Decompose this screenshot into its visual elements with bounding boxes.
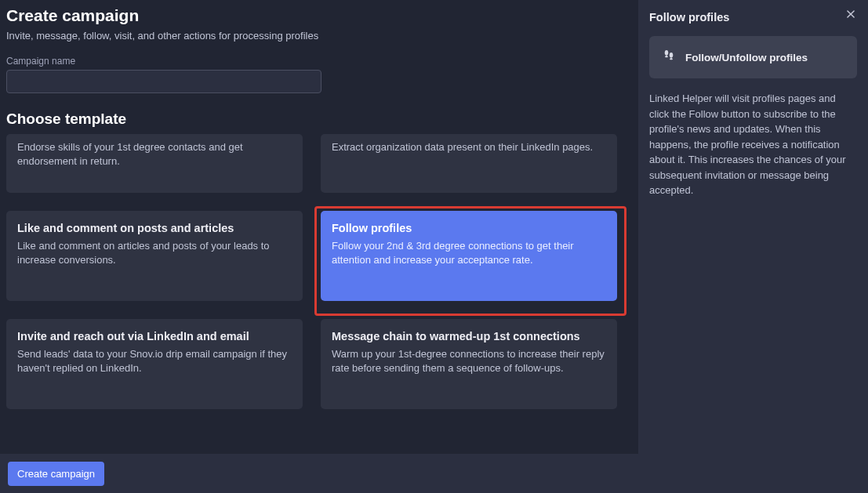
template-card-desc: Warm up your 1st-degree connections to i… [332,347,606,375]
template-card-message-chain[interactable]: Message chain to warmed-up 1st connectio… [321,319,617,409]
svg-point-2 [665,50,669,56]
sidebar-action-label: Follow/Unfollow profiles [685,52,808,63]
close-icon[interactable] [843,6,859,22]
details-sidebar: Follow profiles Follow/Unfollow profiles… [638,0,868,493]
svg-point-5 [670,58,672,60]
sidebar-title: Follow profiles [649,11,857,24]
template-card-extract-org[interactable]: Extract organization data present on the… [321,134,617,193]
template-card-desc: Endorse skills of your 1st degree contac… [17,140,292,169]
campaign-name-input[interactable] [6,70,321,93]
template-card-title: Like and comment on posts and articles [17,222,292,234]
svg-point-4 [670,53,674,58]
footsteps-icon [662,49,676,66]
template-card-desc: Extract organization data present on the… [332,140,606,154]
main-panel: Create campaign Invite, message, follow,… [0,0,638,493]
page-title: Create campaign [6,6,632,25]
template-card-desc: Like and comment on articles and posts o… [17,239,292,267]
template-card-endorse[interactable]: Endorse skills of your 1st degree contac… [6,134,303,193]
template-card-title: Follow profiles [332,222,606,234]
create-campaign-button[interactable]: Create campaign [8,462,104,486]
template-card-title: Message chain to warmed-up 1st connectio… [332,330,606,343]
template-card-follow-profiles[interactable]: Follow profiles Follow your 2nd & 3rd de… [321,211,617,301]
page-subtitle: Invite, message, follow, visit, and othe… [6,30,632,42]
template-card-like-comment[interactable]: Like and comment on posts and articles L… [6,211,303,301]
footer-bar: Create campaign [0,454,638,493]
campaign-name-label: Campaign name [6,56,632,67]
template-card-title: Invite and reach out via LinkedIn and em… [17,330,292,343]
template-card-invite-reach[interactable]: Invite and reach out via LinkedIn and em… [6,319,303,409]
template-card-desc: Follow your 2nd & 3rd degree connections… [332,239,606,267]
sidebar-action-pill[interactable]: Follow/Unfollow profiles [649,36,857,78]
sidebar-description: Linked Helper will visit profiles pages … [649,91,857,198]
svg-point-3 [665,56,667,57]
template-card-desc: Send leads' data to your Snov.io drip em… [17,347,292,375]
choose-template-heading: Choose template [6,111,632,128]
template-grid: Endorse skills of your 1st degree contac… [6,134,632,409]
